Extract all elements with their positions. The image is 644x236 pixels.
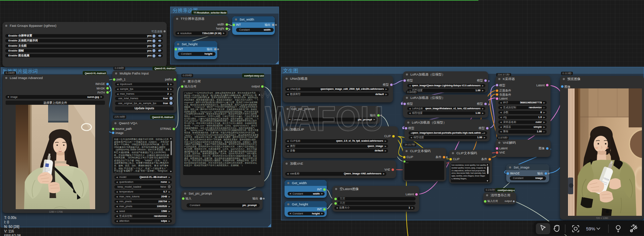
svg-text:59%: 59% xyxy=(586,226,595,231)
